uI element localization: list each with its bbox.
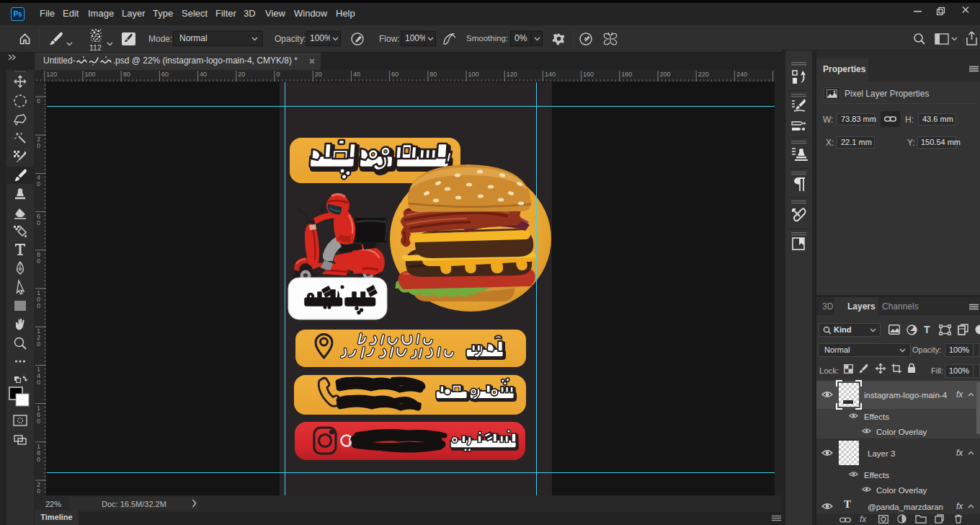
svg-text:80: 80 [429,71,437,78]
svg-text:0: 0 [37,340,40,348]
svg-text:0: 0 [37,219,40,226]
svg-text:60: 60 [391,71,398,78]
svg-text:60: 60 [161,71,169,78]
svg-text:0: 0 [37,180,40,188]
svg-text:120: 120 [507,71,517,78]
svg-text:120: 120 [46,71,57,78]
svg-text:180: 180 [621,71,632,78]
svg-text:0: 0 [37,257,40,265]
svg-text:0: 0 [277,71,280,78]
svg-text:100: 100 [468,71,479,78]
svg-text:0: 0 [37,97,40,105]
svg-text:200: 200 [660,71,671,78]
svg-text:160: 160 [583,71,594,78]
svg-text:140: 140 [545,71,556,78]
svg-text:0: 0 [37,456,40,463]
svg-text:0: 0 [37,302,40,309]
svg-text:20: 20 [315,71,322,78]
svg-text:80: 80 [123,71,130,78]
svg-text:0: 0 [37,418,40,425]
svg-text:20: 20 [238,71,245,78]
svg-text:0: 0 [37,379,40,386]
svg-text:40: 40 [353,71,360,78]
svg-text:220: 220 [698,71,709,78]
svg-text:0: 0 [37,142,40,149]
svg-text:40: 40 [200,71,207,78]
svg-text:240: 240 [736,71,747,78]
svg-text:100: 100 [85,71,96,78]
